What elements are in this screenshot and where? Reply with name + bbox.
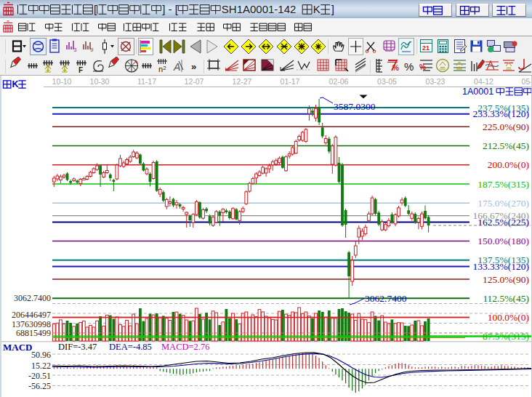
svg-text:112.5%(45): 112.5%(45) bbox=[483, 293, 529, 304]
svg-text:03-05: 03-05 bbox=[377, 77, 397, 86]
svg-text:68815499: 68815499 bbox=[16, 328, 51, 338]
svg-text:21: 21 bbox=[422, 44, 430, 52]
svg-text:K: K bbox=[313, 3, 321, 15]
svg-text:3062.7400: 3062.7400 bbox=[365, 293, 407, 304]
svg-text:-20.51: -20.51 bbox=[28, 371, 51, 381]
svg-text:K: K bbox=[12, 79, 19, 89]
svg-text:233.33%(120): 233.33%(120) bbox=[472, 108, 529, 119]
svg-text:%: % bbox=[419, 63, 426, 71]
svg-text:] - [: ] - [ bbox=[162, 3, 178, 15]
svg-text:-56.25: -56.25 bbox=[28, 381, 51, 391]
svg-text:225.0%(90): 225.0%(90) bbox=[483, 121, 529, 132]
svg-text:DIF=-3.47: DIF=-3.47 bbox=[58, 342, 97, 352]
svg-text:3: 3 bbox=[73, 47, 77, 53]
svg-text:125.0%(90): 125.0%(90) bbox=[483, 274, 529, 285]
svg-text:02-06: 02-06 bbox=[329, 77, 349, 86]
svg-text:SH1A0001-142: SH1A0001-142 bbox=[222, 3, 297, 15]
svg-text:50.96: 50.96 bbox=[31, 350, 51, 360]
svg-text:03-23: 03-23 bbox=[426, 77, 446, 86]
svg-text:1A0001: 1A0001 bbox=[462, 87, 493, 97]
svg-text:87.5%(315): 87.5%(315) bbox=[483, 331, 529, 342]
svg-text:n2: n2 bbox=[158, 65, 166, 73]
svg-text:»: » bbox=[191, 61, 196, 72]
svg-text:212.5%(45): 212.5%(45) bbox=[483, 140, 529, 151]
svg-text:200.0%(0): 200.0%(0) bbox=[488, 159, 529, 170]
svg-text:3062.7400: 3062.7400 bbox=[14, 293, 51, 303]
svg-text:3587.0300: 3587.0300 bbox=[334, 101, 376, 112]
svg-text:10-10: 10-10 bbox=[52, 77, 72, 86]
svg-text:]: ] bbox=[331, 3, 334, 15]
svg-text:%: % bbox=[392, 64, 399, 72]
svg-text:187.5%(315): 187.5%(315) bbox=[477, 179, 529, 190]
svg-text:11-17: 11-17 bbox=[137, 77, 156, 86]
svg-text:%: % bbox=[404, 60, 414, 73]
svg-text:MACD: MACD bbox=[3, 342, 32, 353]
svg-text:12-27: 12-27 bbox=[233, 77, 252, 86]
svg-text:175.0%(270): 175.0%(270) bbox=[477, 198, 529, 209]
svg-text:DEA=-4.85: DEA=-4.85 bbox=[109, 342, 152, 352]
svg-text:01-17: 01-17 bbox=[281, 77, 300, 86]
svg-text:206446497: 206446497 bbox=[12, 310, 51, 320]
svg-text:04-12: 04-12 bbox=[474, 77, 493, 86]
svg-text:133.33%(120): 133.33%(120) bbox=[472, 261, 529, 272]
svg-text:05-04: 05-04 bbox=[522, 77, 532, 86]
svg-text:F: F bbox=[78, 66, 83, 74]
svg-text:MACD=2.76: MACD=2.76 bbox=[161, 342, 209, 352]
svg-text:150.0%(180): 150.0%(180) bbox=[477, 236, 529, 246]
svg-text:100.0%(0): 100.0%(0) bbox=[488, 312, 529, 323]
svg-text:162.5%(225): 162.5%(225) bbox=[477, 217, 529, 228]
svg-text:15.22: 15.22 bbox=[31, 361, 51, 371]
svg-text:10-30: 10-30 bbox=[90, 77, 110, 86]
svg-text:12-07: 12-07 bbox=[185, 77, 204, 86]
svg-text:9: 9 bbox=[90, 47, 94, 53]
